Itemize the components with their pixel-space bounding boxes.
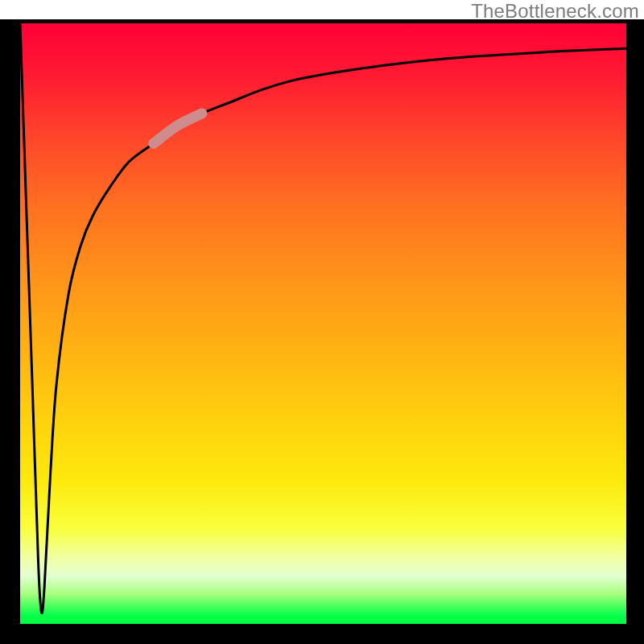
highlight-segment-path xyxy=(154,114,202,143)
curve-svg xyxy=(20,23,626,624)
bottleneck-curve-path xyxy=(20,23,626,613)
attribution-text: TheBottleneck.com xyxy=(471,0,639,23)
bottleneck-chart: TheBottleneck.com xyxy=(0,0,644,644)
plot-area xyxy=(20,23,626,624)
plot-frame xyxy=(0,19,644,644)
